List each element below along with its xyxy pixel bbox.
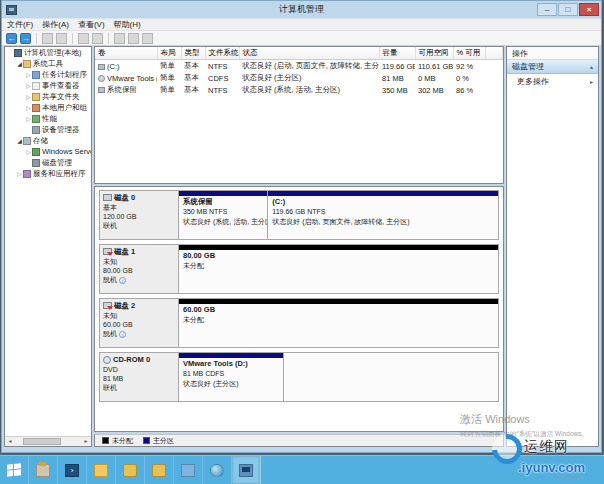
forward-icon[interactable]: → bbox=[20, 33, 31, 44]
menu-item[interactable]: 操作(A) bbox=[42, 19, 69, 30]
taskbar-network-globe[interactable] bbox=[203, 456, 232, 484]
column-header[interactable]: 文件系统 bbox=[205, 47, 239, 60]
help-icon[interactable] bbox=[78, 33, 89, 44]
menu-item[interactable]: 查看(V) bbox=[78, 19, 105, 30]
taskbar-admin-tool-2[interactable] bbox=[145, 456, 174, 484]
disk-name: 磁盘 0 bbox=[103, 193, 175, 203]
shared-folders-icon bbox=[32, 93, 40, 101]
tree-item-folder-tools[interactable]: ◢系统工具 bbox=[5, 58, 91, 69]
menu-item[interactable]: 文件(F) bbox=[7, 19, 33, 30]
computer-search-icon bbox=[181, 464, 195, 477]
task-scheduler-icon bbox=[32, 71, 40, 79]
help-book-icon[interactable] bbox=[142, 33, 153, 44]
tree-item-backup[interactable]: ▷Windows Server Back bbox=[5, 146, 91, 157]
volume-cell: VMware Tools (D:) bbox=[95, 72, 157, 84]
taskbar-powershell[interactable]: › bbox=[58, 456, 87, 484]
tree-item-users[interactable]: ▷本地用户和组 bbox=[5, 102, 91, 113]
partition-title: VMware Tools (D:) bbox=[183, 359, 279, 369]
tree-item-services[interactable]: ▷服务和应用程序 bbox=[5, 168, 91, 179]
collapsed-arrow-icon[interactable]: ▷ bbox=[25, 115, 32, 122]
partition[interactable]: (C:)119.66 GB NTFS状态良好 (启动, 页面文件, 故障转储, … bbox=[268, 191, 498, 239]
partition-legend: 未分配主分区 bbox=[94, 434, 504, 447]
scroll-right-icon[interactable]: ▸ bbox=[81, 437, 91, 446]
maximize-button[interactable]: □ bbox=[558, 3, 578, 16]
toolbar-separator bbox=[108, 33, 109, 44]
collapsed-arrow-icon[interactable]: ▷ bbox=[16, 170, 23, 177]
back-icon[interactable]: ← bbox=[6, 33, 17, 44]
expanded-arrow-icon[interactable]: ◢ bbox=[16, 137, 23, 144]
partition[interactable]: 60.00 GB未分配 bbox=[179, 299, 498, 347]
disk-header[interactable]: 磁盘 0基本120.00 GB联机 bbox=[99, 190, 179, 240]
collapsed-arrow-icon[interactable]: ▷ bbox=[25, 71, 32, 78]
taskbar-computer-management[interactable] bbox=[232, 456, 261, 484]
tree-item-storage[interactable]: ◢存储 bbox=[5, 135, 91, 146]
tree-item-label: 性能 bbox=[42, 114, 57, 124]
disk-header[interactable]: 磁盘 1未知80.00 GB脱机i bbox=[99, 244, 179, 294]
partition-title: (C:) bbox=[272, 197, 494, 207]
partition[interactable]: VMware Tools (D:)81 MB CDFS状态良好 (主分区) bbox=[179, 353, 284, 401]
actions-section-disk-management[interactable]: 磁盘管理 ▴ bbox=[507, 60, 598, 74]
column-header[interactable]: 布局 bbox=[157, 47, 181, 60]
volume-row[interactable]: 系统保留简单基本NTFS状态良好 (系统, 活动, 主分区)350 MB302 … bbox=[95, 84, 503, 96]
legend-label: 主分区 bbox=[153, 436, 174, 446]
column-header[interactable]: 可用空间 bbox=[415, 47, 453, 60]
more-actions-item[interactable]: 更多操作 ▸ bbox=[507, 74, 598, 88]
disk-header[interactable]: CD-ROM 0DVD81 MB联机 bbox=[99, 352, 179, 402]
column-header[interactable]: 卷 bbox=[95, 47, 157, 60]
tree-item-computer[interactable]: 计算机管理(本地) bbox=[5, 47, 91, 58]
disk-row-磁盘-2: 磁盘 2未知60.00 GB脱机i60.00 GB未分配 bbox=[99, 298, 499, 348]
expanded-arrow-icon[interactable]: ◢ bbox=[16, 60, 23, 67]
column-header[interactable]: 状态 bbox=[239, 47, 379, 60]
tree-item-shared-folders[interactable]: ▷共享文件夹 bbox=[5, 91, 91, 102]
partition[interactable]: 系统保留350 MB NTFS状态良好 (系统, 活动, 主分区) bbox=[179, 191, 268, 239]
admin-tool-icon bbox=[152, 464, 166, 477]
taskbar-server-manager[interactable] bbox=[29, 456, 58, 484]
column-header[interactable]: 容量 bbox=[379, 47, 415, 60]
tree-item-device-manager[interactable]: 设备管理器 bbox=[5, 124, 91, 135]
volume-cell: 基本 bbox=[181, 84, 205, 96]
volume-row[interactable]: (C:)简单基本NTFS状态良好 (启动, 页面文件, 故障转储, 主分区)11… bbox=[95, 60, 503, 73]
window-panel-icon[interactable] bbox=[56, 33, 67, 44]
volume-row[interactable]: VMware Tools (D:)简单基本CDFS状态良好 (主分区)81 MB… bbox=[95, 72, 503, 84]
desktop: 计算机管理 – □ × 文件(F)操作(A)查看(V)帮助(H) ←→ 计算机管… bbox=[0, 0, 604, 484]
actions-panel: 操作 磁盘管理 ▴ 更多操作 ▸ bbox=[506, 46, 599, 447]
collapsed-arrow-icon[interactable]: ▷ bbox=[25, 82, 32, 89]
collapsed-arrow-icon[interactable]: ▷ bbox=[25, 104, 32, 111]
partition-size-fs: 350 MB NTFS bbox=[183, 207, 263, 216]
taskbar-admin-tool-1[interactable] bbox=[116, 456, 145, 484]
collapse-icon[interactable]: ▴ bbox=[590, 63, 593, 70]
tree-hscrollbar[interactable]: ◂ ▸ bbox=[5, 436, 91, 446]
close-button[interactable]: × bbox=[579, 3, 599, 16]
menu-item[interactable]: 帮助(H) bbox=[114, 19, 141, 30]
export-list-icon[interactable] bbox=[92, 33, 103, 44]
show-tree-icon[interactable] bbox=[42, 33, 53, 44]
tree-item-event-viewer[interactable]: ▷事件查看器 bbox=[5, 80, 91, 91]
column-header[interactable]: 类型 bbox=[181, 47, 205, 60]
partition[interactable]: 80.00 GB未分配 bbox=[179, 245, 498, 293]
volume-cell: 302 MB bbox=[415, 84, 453, 96]
start-button[interactable] bbox=[0, 456, 29, 484]
scroll-left-icon[interactable]: ◂ bbox=[5, 437, 15, 446]
refresh-icon[interactable] bbox=[114, 33, 125, 44]
windows-logo-icon bbox=[7, 463, 21, 476]
scrollbar-thumb[interactable] bbox=[23, 438, 61, 445]
volume-cell: 简单 bbox=[157, 60, 181, 73]
column-header[interactable]: % 可用 bbox=[453, 47, 485, 60]
minimize-button[interactable]: – bbox=[537, 3, 557, 16]
disk-header[interactable]: 磁盘 2未知60.00 GB脱机i bbox=[99, 298, 179, 348]
titlebar[interactable]: 计算机管理 – □ × bbox=[2, 1, 601, 18]
legend-swatch bbox=[102, 437, 109, 444]
taskbar-file-explorer[interactable] bbox=[87, 456, 116, 484]
partition-details: VMware Tools (D:)81 MB CDFS状态良好 (主分区) bbox=[179, 358, 283, 389]
disk-name-label: 磁盘 0 bbox=[114, 193, 135, 203]
tree-item-task-scheduler[interactable]: ▷任务计划程序 bbox=[5, 69, 91, 80]
disk-row-cd-rom-0: CD-ROM 0DVD81 MB联机VMware Tools (D:)81 MB… bbox=[99, 352, 499, 402]
taskbar-computer-search[interactable] bbox=[174, 456, 203, 484]
tree-item-label: 系统工具 bbox=[33, 59, 63, 69]
collapsed-arrow-icon[interactable]: ▷ bbox=[25, 93, 32, 100]
volume-cell: 状态良好 (启动, 页面文件, 故障转储, 主分区) bbox=[239, 60, 379, 73]
collapsed-arrow-icon[interactable]: ▷ bbox=[25, 148, 32, 155]
tree-item-disk[interactable]: 磁盘管理 bbox=[5, 157, 91, 168]
properties-icon[interactable] bbox=[128, 33, 139, 44]
tree-item-performance[interactable]: ▷性能 bbox=[5, 113, 91, 124]
